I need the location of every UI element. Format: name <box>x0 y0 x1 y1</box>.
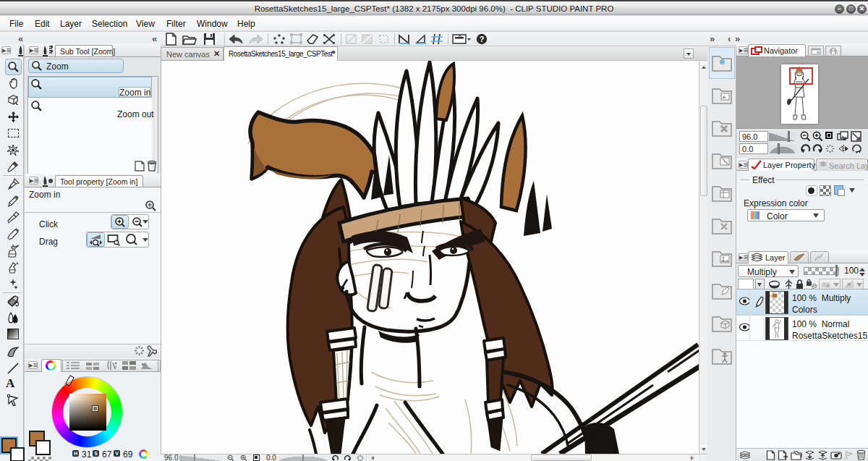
svg-text:?: ? <box>480 35 485 43</box>
